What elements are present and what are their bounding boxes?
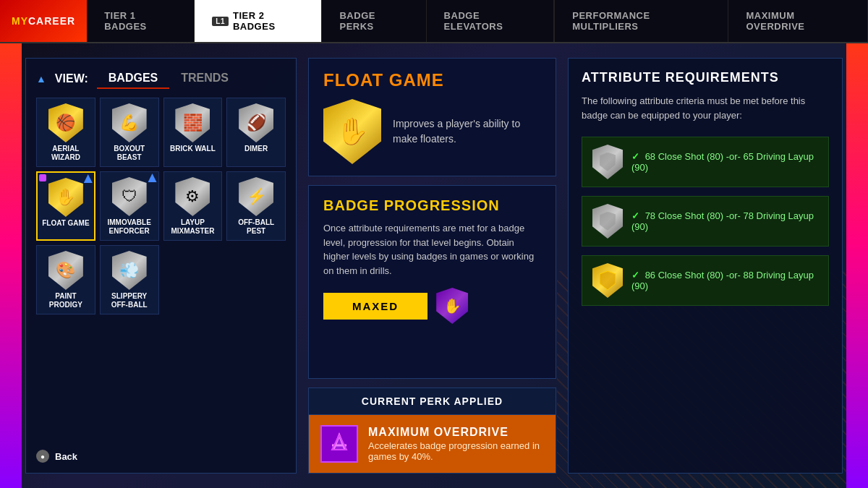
offball-pest-shield: ⚡ <box>239 177 273 216</box>
badge-item-paint-prodigy[interactable]: 🎨 Paint Prodigy <box>36 245 95 314</box>
badge-detail-desc: Improves a player's ability to make floa… <box>393 116 541 147</box>
attr-row-1-text: ✓ 68 Close Shot (80) -or- 65 Driving Lay… <box>631 151 818 173</box>
middle-panel: FLOAT GAME ✋ Improves a player's ability… <box>308 58 556 474</box>
req-2-text: 78 Close Shot (80) -or- 78 Driving Layup… <box>631 210 814 232</box>
nav-tab-elevators[interactable]: Badge Elevators <box>427 0 555 42</box>
paint-prodigy-shield: 🎨 <box>48 251 83 290</box>
paint-prodigy-icon: 🎨 <box>47 252 85 289</box>
triangle-icon: ▲ <box>36 73 46 85</box>
perk-body: MAXIMUM OVERDRIVE Accelerates badge prog… <box>309 415 556 473</box>
badge-detail-body: ✋ Improves a player's ability to make fl… <box>323 99 541 164</box>
nav-tab-tier2[interactable]: L1 Tier 2 Badges <box>195 0 322 42</box>
back-button[interactable]: ● Back <box>36 450 286 463</box>
maxed-button[interactable]: MAXED <box>323 293 427 320</box>
badge-grid: 🏀 Aerial Wizard 💪 Boxout Beast 🧱 Brick W… <box>36 98 286 314</box>
badge-progression: BADGE PROGRESSION Once attribute require… <box>308 185 556 379</box>
nav-tab-perks-label: Badge Perks <box>339 10 408 32</box>
badge-item-slippery-offball[interactable]: 💨 Slippery Off-Ball <box>100 245 159 314</box>
attr-title: ATTRIBUTE REQUIREMENTS <box>582 70 829 85</box>
attr-row-1: ✓ 68 Close Shot (80) -or- 65 Driving Lay… <box>582 137 829 187</box>
dimer-name: Dimer <box>244 145 268 153</box>
back-label: Back <box>55 451 77 462</box>
checkmark-3: ✓ <box>631 270 639 281</box>
brick-wall-shield: 🧱 <box>175 103 210 142</box>
checkmark-2: ✓ <box>631 210 639 221</box>
mycareer-logo: MYCAREER <box>0 0 87 42</box>
badge-item-boxout-beast[interactable]: 💪 Boxout Beast <box>100 98 159 167</box>
progression-desc: Once attribute requirements are met for … <box>323 221 541 278</box>
badge-item-aerial-wizard[interactable]: 🏀 Aerial Wizard <box>36 98 95 167</box>
nav-tab-tier1-label: Tier 1 Badges <box>104 10 176 32</box>
progression-title: BADGE PROGRESSION <box>323 197 541 214</box>
badge-item-layup-mixmaster[interactable]: ⚙ Layup Mixmaster <box>163 171 223 241</box>
nav-tab-elevators-label: Badge Elevators <box>444 10 537 32</box>
paint-prodigy-name: Paint Prodigy <box>40 292 92 309</box>
attr-row-3-icon <box>592 263 623 298</box>
logo-career: CAREER <box>28 15 75 27</box>
perk-text-title: MAXIMUM OVERDRIVE <box>368 426 544 439</box>
aerial-wizard-shield: 🏀 <box>48 103 83 142</box>
tier2-indicator: L1 <box>212 17 229 26</box>
attr-rows: ✓ 68 Close Shot (80) -or- 65 Driving Lay… <box>582 137 829 306</box>
view-tabs: Badges Trends <box>97 69 240 89</box>
nav-tab-overdrive-label: Maximum Overdrive <box>746 10 850 32</box>
dimer-icon: 🏈 <box>237 104 275 142</box>
badge-item-dimer[interactable]: 🏈 Dimer <box>226 98 286 167</box>
immovable-enforcer-shield: 🛡 <box>112 177 147 216</box>
slippery-offball-icon: 💨 <box>111 252 148 289</box>
right-panel: ATTRIBUTE REQUIREMENTS The following att… <box>568 58 843 474</box>
layup-mixmaster-icon: ⚙ <box>174 178 211 215</box>
badge-detail-icon: ✋ <box>323 99 381 164</box>
nav-tab-perks[interactable]: Badge Perks <box>322 0 426 42</box>
checkmark-1: ✓ <box>631 151 639 162</box>
attr-row-2-text: ✓ 78 Close Shot (80) -or- 78 Driving Lay… <box>631 210 818 232</box>
float-game-name: Float Game <box>42 219 89 228</box>
view-label: VIEW: <box>55 72 88 85</box>
nav-tab-performance[interactable]: Performance Multipliers <box>554 0 728 42</box>
badge-detail-header: FLOAT GAME ✋ Improves a player's ability… <box>308 58 556 176</box>
aerial-wizard-name: Aerial Wizard <box>40 145 92 162</box>
top-nav: MYCAREER Tier 1 Badges L1 Tier 2 Badges … <box>0 0 868 43</box>
attr-row-3: ✓ 86 Close Shot (80) -or- 88 Driving Lay… <box>582 255 829 306</box>
perk-text: MAXIMUM OVERDRIVE Accelerates badge prog… <box>368 426 544 462</box>
nav-tabs: Tier 1 Badges L1 Tier 2 Badges Badge Per… <box>87 0 868 42</box>
layup-mixmaster-shield: ⚙ <box>175 177 210 216</box>
badge-item-immovable-enforcer[interactable]: 🛡 Immovable Enforcer <box>100 171 159 241</box>
view-tab-trends[interactable]: Trends <box>169 69 240 89</box>
attr-row-2-icon <box>592 204 623 239</box>
view-header: ▲ VIEW: Badges Trends <box>36 69 286 89</box>
perk-header: CURRENT PERK APPLIED <box>309 388 556 415</box>
slippery-offball-shield: 💨 <box>112 251 147 290</box>
main-content: ▲ VIEW: Badges Trends 🏀 Aerial Wizard 💪 … <box>0 43 868 488</box>
float-game-shield: ✋ <box>48 178 83 217</box>
brick-wall-icon: 🧱 <box>174 104 211 142</box>
logo-my: MY <box>12 15 28 27</box>
nav-tab-overdrive[interactable]: Maximum Overdrive <box>728 0 868 42</box>
badge-item-float-game[interactable]: ✋ Float Game <box>36 171 95 241</box>
perk-icon <box>320 425 358 463</box>
float-game-icon: ✋ <box>47 179 85 216</box>
nav-tab-performance-label: Performance Multipliers <box>572 10 710 32</box>
brick-wall-name: Brick Wall <box>170 145 216 153</box>
immovable-enforcer-name: Immovable Enforcer <box>103 218 156 236</box>
dimer-shield: 🏈 <box>239 103 273 142</box>
req-1-text: 68 Close Shot (80) -or- 65 Driving Layup… <box>631 151 814 173</box>
slippery-offball-name: Slippery Off-Ball <box>103 292 156 309</box>
attr-row-3-text: ✓ 86 Close Shot (80) -or- 88 Driving Lay… <box>631 270 818 291</box>
maxed-shield-icon: ✋ <box>436 288 468 324</box>
view-tab-badges[interactable]: Badges <box>97 69 169 89</box>
offball-pest-icon: ⚡ <box>237 178 275 215</box>
nav-tab-tier2-label: Tier 2 Badges <box>233 10 305 32</box>
offball-pest-name: Off-Ball Pest <box>230 218 282 236</box>
back-circle-icon: ● <box>36 450 49 463</box>
badge-item-offball-pest[interactable]: ⚡ Off-Ball Pest <box>226 171 286 241</box>
layup-mixmaster-name: Layup Mixmaster <box>167 218 219 236</box>
badge-item-brick-wall[interactable]: 🧱 Brick Wall <box>163 98 223 167</box>
boxout-beast-shield: 💪 <box>112 103 147 142</box>
boxout-beast-name: Boxout Beast <box>103 145 156 162</box>
left-panel: ▲ VIEW: Badges Trends 🏀 Aerial Wizard 💪 … <box>25 58 297 474</box>
boxout-beast-icon: 💪 <box>111 104 148 142</box>
maxed-row: MAXED ✋ <box>323 288 541 324</box>
perk-section: CURRENT PERK APPLIED MAXIMUM OVERDRIVE A… <box>308 388 556 474</box>
nav-tab-tier1[interactable]: Tier 1 Badges <box>87 0 195 42</box>
